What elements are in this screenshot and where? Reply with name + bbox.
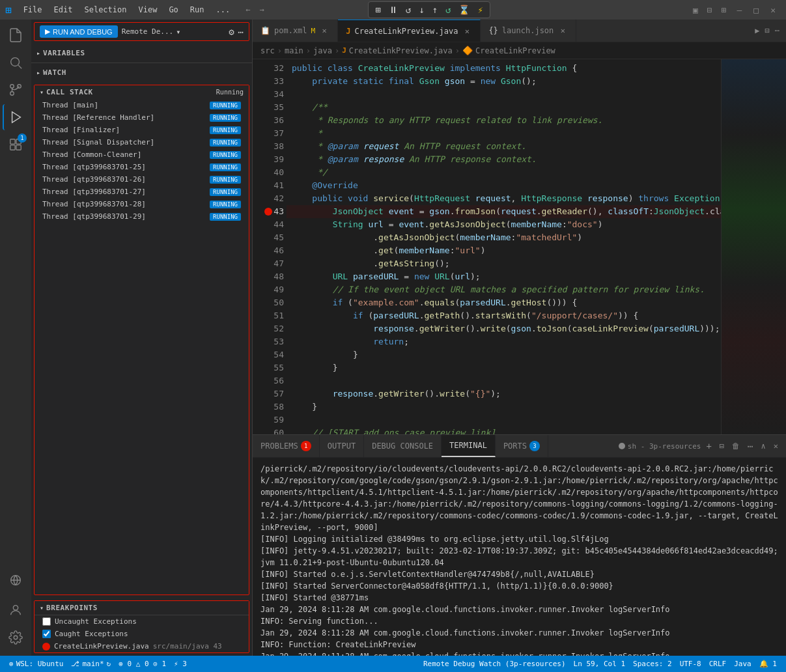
panel-tab-output[interactable]: OUTPUT — [320, 435, 364, 457]
terminal-more-btn[interactable]: ⋯ — [745, 440, 755, 453]
back-btn[interactable]: ← — [242, 4, 254, 16]
thread-main[interactable]: Thread [main] RUNNING — [35, 99, 249, 111]
sidebar: ▶ RUN AND DEBUG Remote De... ▾ ⚙ ⋯ ▸ VAR… — [31, 20, 253, 656]
crumb-file[interactable]: CreateLinkPreview.java — [349, 46, 453, 55]
debug-step-up-btn[interactable]: ↑ — [430, 3, 440, 16]
activity-extensions[interactable]: 1 — [3, 132, 29, 158]
uncaught-exceptions-checkbox[interactable] — [42, 617, 51, 626]
activity-search[interactable] — [3, 49, 29, 76]
thread-qtp25[interactable]: Thread [qtp399683701-25] RUNNING — [35, 161, 249, 173]
debug-pause-btn[interactable]: ⏸ — [386, 3, 400, 16]
crumb-class-icon: 🔶 — [462, 46, 473, 55]
tab-bar: 📋 pom.xml M ✕ J CreateLinkPreview.java ✕… — [253, 20, 786, 42]
layout-btn[interactable]: ▣ — [689, 3, 702, 18]
watch-arrow-icon: ▸ — [36, 69, 40, 76]
menu-more[interactable]: ... — [211, 4, 236, 16]
remote-status[interactable]: ⊗ WSL: Ubuntu — [5, 656, 67, 672]
position-status[interactable]: Ln 59, Col 1 — [570, 656, 629, 672]
line-num-42: 42 — [255, 192, 284, 205]
debug-restart-circle-btn[interactable]: ↺ — [403, 3, 414, 16]
crumb-src[interactable]: src — [260, 46, 275, 55]
activity-explorer[interactable] — [3, 22, 29, 48]
forward-btn[interactable]: → — [255, 4, 268, 16]
java-close-icon[interactable]: ✕ — [462, 26, 472, 36]
editor-more-btn[interactable]: ⋯ — [774, 25, 781, 36]
panel-tab-terminal[interactable]: TERMINAL — [442, 435, 496, 457]
thread-qtp28[interactable]: Thread [qtp399683701-28] RUNNING — [35, 198, 249, 210]
code-editor: 32 33 34 35 36 37 38 39 40 41 42 43 44 — [253, 59, 786, 434]
crumb-java[interactable]: java — [313, 46, 332, 55]
activity-account[interactable] — [3, 597, 29, 623]
spaces-status[interactable]: Spaces: 2 — [629, 656, 676, 672]
sidebar-toggle-btn[interactable]: ⊞ — [718, 3, 731, 18]
more-options-icon[interactable]: ⋯ — [238, 27, 244, 37]
warnings-status[interactable]: ⚡ 3 — [170, 656, 191, 672]
line-num-59: 59 — [255, 413, 284, 427]
close-btn[interactable]: ✕ — [765, 3, 781, 18]
run-debug-button[interactable]: ▶ RUN AND DEBUG — [40, 25, 118, 38]
activity-remote[interactable] — [3, 567, 29, 593]
notifications-status[interactable]: 🔔 1 — [755, 656, 781, 672]
activity-source-control[interactable] — [3, 77, 29, 103]
debug-restart-btn[interactable]: ↺ — [443, 3, 453, 16]
crumb-class[interactable]: CreateLinkPreview — [475, 46, 555, 55]
breakpoint-file-name: CreateLinkPreview.java — [54, 642, 149, 651]
delete-terminal-btn[interactable]: 🗑 — [729, 440, 742, 452]
branch-status[interactable]: ⎇ main* ↻ — [67, 656, 115, 672]
errors-status[interactable]: ⊗ 0 △ 0 ⊙ 1 — [115, 656, 170, 672]
menu-file[interactable]: File — [18, 4, 48, 16]
debug-run-cursor-btn[interactable]: ⌛ — [456, 3, 472, 16]
panel-maximize-btn[interactable]: ∧ — [759, 440, 768, 452]
panel-tab-debug-console[interactable]: DEBUG CONSOLE — [364, 435, 442, 457]
thread-common-cleaner[interactable]: Thread [Common-Cleaner] RUNNING — [35, 148, 249, 161]
thread-signal-dispatcher[interactable]: Thread [Signal Dispatcher] RUNNING — [35, 136, 249, 148]
tab-create-link-preview[interactable]: J CreateLinkPreview.java ✕ — [338, 20, 481, 42]
gear-icon[interactable]: ⚙ — [229, 27, 234, 37]
split-editor-btn[interactable]: ⊟ — [764, 25, 771, 36]
thread-finalizer[interactable]: Thread [Finalizer] RUNNING — [35, 124, 249, 136]
debug-step-over-btn[interactable]: ↓ — [416, 3, 427, 16]
debug-lightning-btn[interactable]: ⚡ — [475, 3, 485, 16]
svg-point-3 — [10, 92, 14, 96]
watch-collapse[interactable]: ▸ WATCH — [31, 66, 252, 79]
tab-launch-json[interactable]: {} launch.json ✕ — [481, 20, 576, 42]
menu-view[interactable]: View — [133, 4, 162, 16]
language-status[interactable]: Java — [730, 656, 755, 672]
thread-qtp29[interactable]: Thread [qtp399683701-29] RUNNING — [35, 210, 249, 223]
menu-go[interactable]: Go — [163, 4, 183, 16]
caught-exceptions-checkbox[interactable] — [42, 630, 51, 638]
panel-close-btn[interactable]: ✕ — [771, 440, 781, 452]
crumb-main[interactable]: main — [285, 46, 303, 55]
line-ending-status[interactable]: CRLF — [705, 656, 731, 672]
tab-pom-xml[interactable]: 📋 pom.xml M ✕ — [253, 20, 338, 42]
run-file-btn[interactable]: ▶ — [753, 25, 761, 36]
branch-label: main* — [82, 660, 104, 668]
json-close-icon[interactable]: ✕ — [557, 25, 568, 36]
split-terminal-btn[interactable]: ⊟ — [717, 440, 727, 452]
thread-qtp27[interactable]: Thread [qtp399683701-27] RUNNING — [35, 186, 249, 198]
menu-selection[interactable]: Selection — [79, 4, 132, 16]
terminal-content[interactable]: /pierrick/.m2/repository/io/cloudevents/… — [253, 458, 786, 656]
debug-watch-status[interactable]: Remote Debug Watch (3p-resources) — [419, 656, 570, 672]
menu-run[interactable]: Run — [185, 4, 210, 16]
thread-qtp26[interactable]: Thread [qtp399683701-26] RUNNING — [35, 173, 249, 186]
new-terminal-btn[interactable]: + — [703, 440, 714, 453]
panel-tab-ports[interactable]: PORTS 3 — [496, 435, 548, 457]
variables-collapse[interactable]: ▸ VARIABLES — [31, 46, 252, 60]
chevron-down-icon[interactable]: ▾ — [176, 27, 180, 36]
activity-settings[interactable] — [3, 624, 29, 651]
code-content[interactable]: public class CreateLinkPreview implement… — [287, 59, 721, 434]
maximize-btn[interactable]: □ — [748, 3, 764, 18]
code-line-47: .getAsString(); — [287, 257, 721, 270]
activity-debug[interactable] — [3, 104, 29, 130]
remote-label: WSL: Ubuntu — [16, 660, 64, 668]
encoding-status[interactable]: UTF-8 — [676, 656, 705, 672]
minimize-btn[interactable]: — — [731, 3, 747, 18]
panel-tab-problems[interactable]: PROBLEMS 1 — [253, 435, 320, 457]
debug-grid-btn[interactable]: ⊞ — [372, 3, 383, 16]
menu-edit[interactable]: Edit — [49, 4, 78, 16]
pom-close-icon[interactable]: ✕ — [319, 25, 330, 36]
thread-ref-handler[interactable]: Thread [Reference Handler] RUNNING — [35, 111, 249, 124]
split-btn[interactable]: ⊟ — [703, 3, 716, 18]
line-num-36: 36 — [255, 114, 284, 127]
